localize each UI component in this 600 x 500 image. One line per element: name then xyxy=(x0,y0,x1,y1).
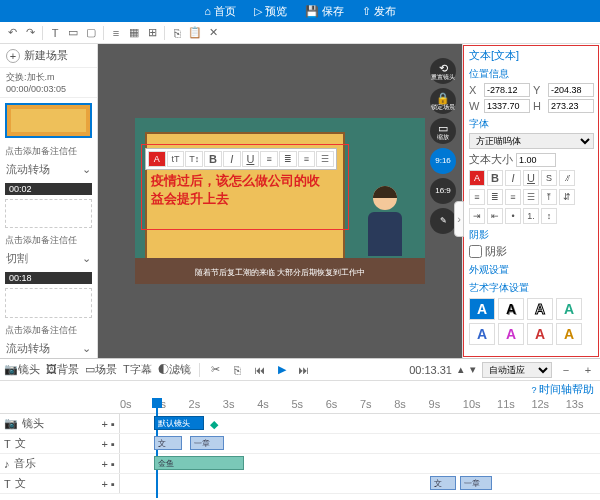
scene-thumbnail-2[interactable] xyxy=(5,199,92,229)
clip-text-1[interactable]: 文 xyxy=(154,436,182,450)
strike-icon[interactable]: S xyxy=(541,170,557,186)
lens-tab[interactable]: 📷镜头 xyxy=(4,362,40,377)
shadow-checkbox[interactable] xyxy=(469,245,482,258)
art-style-6[interactable]: A xyxy=(498,323,524,345)
valign-top-icon[interactable]: ⤒ xyxy=(541,189,557,205)
list-num-icon[interactable]: 1. xyxy=(523,208,539,224)
next-icon[interactable]: ⏭ xyxy=(296,362,312,378)
reset-camera-button[interactable]: ⟲重置镜头 xyxy=(430,58,456,84)
camera-icon: 📷 xyxy=(4,417,18,430)
transition-label[interactable]: 流动转场 xyxy=(6,162,50,177)
preview-button[interactable]: ▷预览 xyxy=(246,2,295,21)
track-sub-label: 文 xyxy=(15,476,26,491)
art-style-7[interactable]: A xyxy=(527,323,553,345)
add-note-button-3[interactable]: 点击添加备注信任 xyxy=(5,324,92,337)
underline-icon[interactable]: U xyxy=(523,170,539,186)
filter-tab[interactable]: ◐滤镜 xyxy=(158,362,191,377)
help-link[interactable]: ? 时间轴帮助 xyxy=(531,385,594,395)
clip-lens[interactable]: 默认镜头 xyxy=(154,416,204,430)
list-bullet-icon[interactable]: • xyxy=(505,208,521,224)
copy-icon[interactable]: ⎘ xyxy=(230,362,246,378)
h-input[interactable] xyxy=(548,99,594,113)
prev-icon[interactable]: ⏮ xyxy=(252,362,268,378)
section-artfont: 艺术字体设置 xyxy=(469,281,594,295)
clip-audio[interactable]: 金鱼 xyxy=(154,456,244,470)
y-input[interactable] xyxy=(548,83,594,97)
scene-thumbnail-3[interactable] xyxy=(5,288,92,318)
transition-label-3[interactable]: 流动转场 xyxy=(6,341,50,356)
art-style-3[interactable]: A xyxy=(527,298,553,320)
image-tool-icon[interactable]: ▢ xyxy=(83,25,99,41)
art-style-4[interactable]: A xyxy=(556,298,582,320)
time-up-icon[interactable]: ▴ xyxy=(458,363,464,376)
add-note-button[interactable]: 点击添加备注信任 xyxy=(5,145,92,158)
aspect-916-button[interactable]: 9:16 xyxy=(430,148,456,174)
spacing-icon[interactable]: ↕ xyxy=(541,208,557,224)
add-note-button-2[interactable]: 点击添加备注信任 xyxy=(5,234,92,247)
clip-sub-1[interactable]: 文 xyxy=(430,476,456,490)
art-style-8[interactable]: A xyxy=(556,323,582,345)
timecode-label: 交换:加长.m 00:00/00:03:05 xyxy=(0,68,97,98)
zoom-button[interactable]: ▭缩放 xyxy=(430,118,456,144)
zoom-in-icon[interactable]: + xyxy=(580,362,596,378)
align-left-icon[interactable]: ≡ xyxy=(469,189,485,205)
align-center-icon[interactable]: ≣ xyxy=(487,189,503,205)
lock-scene-button[interactable]: 🔒锁定场景 xyxy=(430,88,456,114)
copy-icon[interactable]: ⎘ xyxy=(169,25,185,41)
group-icon[interactable]: ⊞ xyxy=(144,25,160,41)
indent-icon[interactable]: ⇥ xyxy=(469,208,485,224)
time-ruler[interactable]: 0s1s2s3s4s5s6s7s8s9s10s11s12s13s xyxy=(0,398,600,414)
chevron-down-icon[interactable]: ⌄ xyxy=(82,163,91,176)
delete-icon[interactable]: ✕ xyxy=(205,25,221,41)
zoom-out-icon[interactable]: − xyxy=(558,362,574,378)
outdent-icon[interactable]: ⇤ xyxy=(487,208,503,224)
chevron-down-icon[interactable]: ⌄ xyxy=(82,252,91,265)
play-icon[interactable]: ▶ xyxy=(274,362,290,378)
text-color-icon[interactable]: A xyxy=(469,170,485,186)
paste-icon[interactable]: 📋 xyxy=(187,25,203,41)
bg-tab[interactable]: 🖼背景 xyxy=(46,362,79,377)
undo-icon[interactable]: ↶ xyxy=(4,25,20,41)
scene-tab[interactable]: ▭场景 xyxy=(85,362,117,377)
time-down-icon[interactable]: ▾ xyxy=(470,363,476,376)
align-right-icon[interactable]: ≡ xyxy=(505,189,521,205)
publish-button[interactable]: ⇧发布 xyxy=(354,2,404,21)
aspect-169-button[interactable]: 16:9 xyxy=(430,178,456,204)
cut-label[interactable]: 切割 xyxy=(6,251,28,266)
valign-mid-icon[interactable]: ⇵ xyxy=(559,189,575,205)
timestamp-2: 00:18 xyxy=(5,272,92,284)
autofit-select[interactable]: 自动适应 xyxy=(482,362,552,378)
bold-icon[interactable]: B xyxy=(487,170,503,186)
art-style-5[interactable]: A xyxy=(469,323,495,345)
character[interactable] xyxy=(363,186,407,262)
font-select[interactable]: 方正喵呜体 xyxy=(469,133,594,149)
keyframe-icon[interactable]: ◆ xyxy=(210,418,218,431)
layer-icon[interactable]: ▦ xyxy=(126,25,142,41)
new-scene-button[interactable]: + 新建场景 xyxy=(0,44,97,68)
text-tool-icon[interactable]: T xyxy=(47,25,63,41)
x-input[interactable] xyxy=(484,83,530,97)
chevron-down-icon[interactable]: ⌄ xyxy=(82,342,91,355)
home-button[interactable]: ⌂首页 xyxy=(196,2,244,21)
save-button[interactable]: 💾保存 xyxy=(297,2,352,21)
canvas-text[interactable]: 疫情过后，该怎么做公司的收益会提升上去 xyxy=(151,172,329,208)
art-style-2[interactable]: A xyxy=(498,298,524,320)
redo-icon[interactable]: ↷ xyxy=(22,25,38,41)
clear-format-icon[interactable]: ⫽ xyxy=(559,170,575,186)
scene-thumbnail-1[interactable] xyxy=(5,103,92,138)
stage[interactable]: A tT T↕ B I U ≡ ≣ ≡ ☰ 疫情过后，该怎么做公司的收益会提升上… xyxy=(135,118,425,284)
expand-handle[interactable]: › xyxy=(454,201,464,237)
save-icon: 💾 xyxy=(305,5,319,18)
italic-icon[interactable]: I xyxy=(505,170,521,186)
font-size-input[interactable] xyxy=(516,153,556,167)
cut-icon[interactable]: ✂ xyxy=(208,362,224,378)
align-icon[interactable]: ≡ xyxy=(108,25,124,41)
clip-sub-2[interactable]: 一章 xyxy=(460,476,492,490)
w-input[interactable] xyxy=(484,99,530,113)
subtitle-tab[interactable]: T字幕 xyxy=(123,362,152,377)
edit-button[interactable]: ✎ xyxy=(430,208,456,234)
align-justify-icon[interactable]: ☰ xyxy=(523,189,539,205)
clip-text-2[interactable]: 一章 xyxy=(190,436,224,450)
art-style-1[interactable]: A xyxy=(469,298,495,320)
shape-tool-icon[interactable]: ▭ xyxy=(65,25,81,41)
